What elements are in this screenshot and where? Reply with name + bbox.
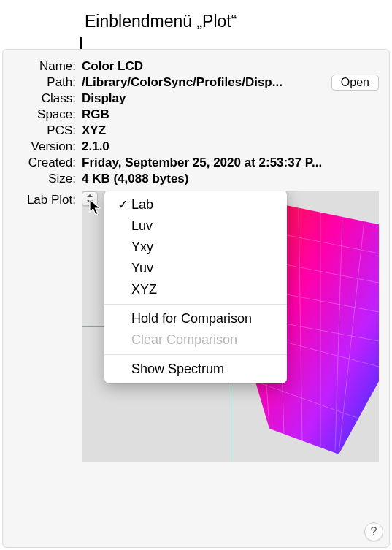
label-space: Space: (13, 107, 76, 123)
value-version: 2.1.0 (82, 139, 109, 155)
menu-item-clear-comparison: Clear Comparison (104, 329, 287, 351)
menu-item-label: Lab (131, 197, 153, 213)
cursor-icon (89, 199, 104, 216)
value-size: 4 KB (4,088 bytes) (82, 171, 188, 187)
menu-item-label: XYZ (131, 282, 157, 297)
label-version: Version: (13, 139, 76, 155)
checkmark-icon: ✓ (116, 196, 129, 213)
menu-item-show-spectrum[interactable]: Show Spectrum (104, 359, 287, 380)
menu-item-hold-comparison[interactable]: Hold for Comparison (104, 308, 287, 329)
menu-item-label: Luv (131, 218, 153, 234)
label-pcs: PCS: (13, 123, 76, 139)
value-name: Color LCD (82, 58, 143, 75)
label-name: Name: (13, 58, 76, 75)
menu-separator (104, 354, 287, 355)
row-path: Path: /Library/ColorSync/Profiles/Disp..… (13, 75, 379, 91)
label-path: Path: (13, 75, 76, 91)
plot-area[interactable]: ✓ Lab Luv Yxy Yuv XYZ (82, 191, 379, 462)
menu-item-yxy[interactable]: Yxy (104, 237, 287, 258)
row-pcs: PCS: XYZ (13, 123, 379, 139)
profile-panel: Name: Color LCD Path: /Library/ColorSync… (2, 49, 390, 548)
menu-item-label: Yxy (131, 240, 153, 255)
open-button[interactable]: Open (331, 75, 379, 91)
row-labplot: Lab Plot: (13, 191, 379, 462)
menu-item-label: Yuv (131, 261, 153, 276)
menu-item-label: Show Spectrum (131, 362, 224, 377)
callout-caption: Einblendmenü „Plot“ (85, 12, 237, 31)
row-created: Created: Friday, September 25, 2020 at 2… (13, 155, 379, 171)
value-path: /Library/ColorSync/Profiles/Disp... (82, 75, 283, 91)
row-version: Version: 2.1.0 (13, 139, 379, 155)
value-class: Display (82, 91, 126, 107)
menu-item-yuv[interactable]: Yuv (104, 258, 287, 279)
row-space: Space: RGB (13, 107, 379, 123)
help-button[interactable]: ? (364, 522, 383, 541)
label-size: Size: (13, 171, 76, 187)
plot-popup-menu: ✓ Lab Luv Yxy Yuv XYZ (104, 191, 287, 383)
label-created: Created: (13, 155, 76, 171)
menu-item-label: Hold for Comparison (131, 311, 252, 326)
menu-item-xyz[interactable]: XYZ (104, 279, 287, 300)
menu-item-luv[interactable]: Luv (104, 215, 287, 237)
value-created: Friday, September 25, 2020 at 2:53:37 P.… (82, 155, 322, 171)
row-class: Class: Display (13, 91, 379, 107)
row-size: Size: 4 KB (4,088 bytes) (13, 171, 379, 187)
value-pcs: XYZ (82, 123, 106, 139)
row-name: Name: Color LCD (13, 58, 379, 75)
label-labplot: Lab Plot: (13, 193, 76, 207)
menu-separator (104, 304, 287, 305)
menu-item-label: Clear Comparison (131, 332, 237, 348)
menu-item-lab[interactable]: ✓ Lab (104, 194, 287, 215)
value-space: RGB (82, 107, 109, 123)
label-class: Class: (13, 91, 76, 107)
